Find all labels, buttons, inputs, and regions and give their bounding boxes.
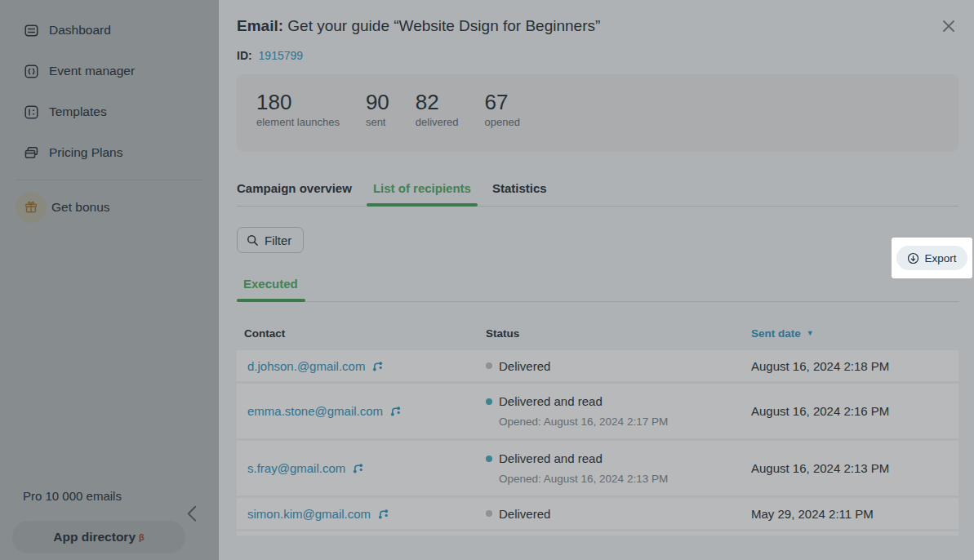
spotlight-dim-overlay	[0, 0, 974, 560]
app-screen: Dashboard Event manager	[0, 0, 974, 560]
download-icon	[907, 252, 919, 264]
export-button[interactable]: Export	[896, 246, 967, 270]
export-spotlight: Export	[892, 238, 972, 278]
export-button-label: Export	[924, 252, 956, 264]
